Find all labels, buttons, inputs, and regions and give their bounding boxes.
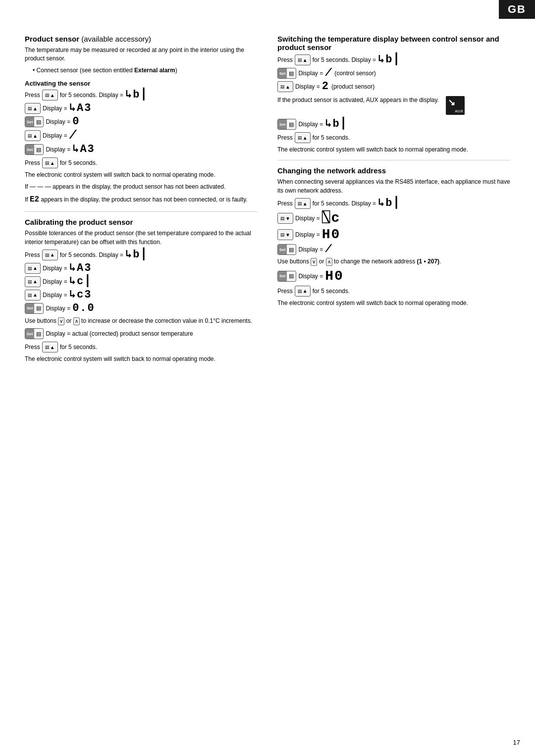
btn-down-inline[interactable]: ∨: [58, 317, 64, 325]
network-row3: ▤▼ Display = H0: [277, 228, 510, 242]
display-val-ra3-2: ↳A3: [72, 144, 95, 155]
btn-set-3[interactable]: Set ▤: [25, 303, 44, 314]
display-val-rc3: ↳c3: [69, 290, 92, 301]
network-use-note: Use buttons ∨ or ∧ to change the network…: [277, 257, 510, 266]
display-val-1-1: /: [69, 130, 77, 142]
activating-row2: ▤▲ Display = ↳A3: [25, 103, 258, 114]
page-number: 17: [513, 739, 520, 746]
btn-set-n2[interactable]: Set ▤: [277, 271, 296, 282]
activating-note2: If — — — appears in the display, the pro…: [25, 183, 258, 191]
calib-row5: Set ▤ Display = 0.0: [25, 303, 258, 314]
activating-note1: The electronic control system will switc…: [25, 171, 258, 179]
divider-1: [25, 211, 258, 212]
display-val-rbt-n1: ↳b⎪: [378, 198, 401, 209]
display-val-rbt-1: ↳b⎪: [125, 90, 148, 101]
btn-up-delta-2[interactable]: ▤▲: [25, 103, 41, 114]
btn-up-delta-r1[interactable]: ▤▲: [295, 54, 311, 65]
calib-row-set: Set ▤ Display = actual (corrected) produ…: [25, 328, 258, 339]
btn-up-delta-9[interactable]: ▤▲: [42, 342, 58, 353]
btn-up-delta-5[interactable]: ▤▲: [42, 250, 58, 260]
btn-up-inline[interactable]: ∧: [73, 317, 80, 325]
display-val-h0-1: H0: [322, 228, 341, 242]
btn-down-inline-n[interactable]: ∨: [311, 258, 317, 266]
btn-down-n1[interactable]: ▤▼: [277, 213, 293, 224]
network-desc: When connecting several appliances via t…: [277, 178, 510, 195]
calib-note-use: Use buttons ∨ or ∧ to increase or decrea…: [25, 317, 258, 325]
network-row1: Press ▤▲ for 5 seconds. Display = ↳b⎪: [277, 198, 510, 209]
btn-up-delta-4[interactable]: ▤▲: [42, 157, 58, 168]
display-val-h0-2: H0: [325, 269, 344, 283]
divider-2: [277, 160, 510, 160]
network-row2: ▤▼ Display = ⍂c: [277, 211, 510, 225]
btn-set-1[interactable]: Set ▤: [25, 116, 44, 127]
network-row4: Set ▤ Display = /: [277, 244, 510, 255]
btn-up-delta-n2[interactable]: ▤▲: [295, 286, 311, 297]
activating-row1: Press ▤▲ for 5 seconds. Display = ↳b⎪: [25, 90, 258, 101]
switching-press2: Press ▤▲ for 5 seconds.: [277, 132, 510, 143]
display-val-rc1: ↳c⎪: [69, 276, 92, 287]
switching-note-back: The electronic control system will switc…: [277, 146, 510, 154]
calib-row3: ▤▲ Display = ↳c⎪: [25, 276, 258, 287]
network-title: Changing the network address: [277, 166, 510, 175]
calib-press2: Press ▤▲ for 5 seconds.: [25, 342, 258, 353]
display-val-1-r: /: [325, 68, 332, 79]
switching-title: Switching the temperature display betwee…: [277, 35, 510, 51]
btn-up-delta-r2[interactable]: ▤▲: [277, 81, 293, 92]
network-row-set: Set ▤ Display = H0: [277, 269, 510, 283]
page: GB Product sensor (available accessory) …: [0, 0, 535, 756]
btn-up-inline-n[interactable]: ∧: [326, 258, 332, 266]
product-sensor-desc: The temperature may be measured or recor…: [25, 46, 258, 63]
activating-title: Activating the sensor: [25, 80, 258, 87]
calib-row1: Press ▤▲ for 5 seconds. Display = ↳b⎪: [25, 250, 258, 260]
activating-press2: Press ▤▲ for 5 seconds.: [25, 157, 258, 168]
gb-badge: GB: [499, 0, 535, 19]
display-val-2-r: 2: [322, 81, 329, 92]
display-val-ra3-3: ↳A3: [69, 263, 92, 274]
switching-row-set2: Set ▤ Display = ↳b⎪: [277, 119, 510, 130]
aux-display-box: ↘ AUX: [446, 96, 465, 115]
switching-aux-note: If the product sensor is activated, AUX …: [277, 96, 439, 104]
activating-note3: If E2 appears in the display, the produc…: [25, 194, 258, 205]
display-val-rbt-2: ↳b⎪: [125, 250, 148, 260]
calib-note-back: The electronic control system will switc…: [25, 355, 258, 363]
network-press2: Press ▤▲ for 5 seconds.: [277, 286, 510, 297]
btn-up-delta-7[interactable]: ▤▲: [25, 276, 41, 287]
display-val-0-1: 0: [72, 116, 80, 127]
calib-row4: ▤▲ Display = ↳c3: [25, 290, 258, 301]
left-column: Product sensor (available accessory) The…: [25, 35, 258, 367]
switching-aux: If the product sensor is activated, AUX …: [277, 96, 510, 115]
btn-down-n2[interactable]: ▤▼: [277, 229, 293, 240]
btn-up-delta-1[interactable]: ▤▲: [42, 90, 58, 101]
display-val-rbt-r1: ↳b⎪: [378, 54, 401, 65]
display-val-ra3-1: ↳A3: [69, 103, 92, 114]
btn-set-4[interactable]: Set ▤: [25, 328, 44, 339]
display-val-1-n: /: [325, 244, 332, 255]
btn-up-delta-3[interactable]: ▤▲: [25, 130, 41, 141]
btn-set-n1[interactable]: Set ▤: [277, 244, 296, 255]
switching-row2: Set ▤ Display = / (control sensor): [277, 68, 510, 79]
btn-set-r1[interactable]: Set ▤: [277, 68, 296, 79]
btn-set-2[interactable]: Set ▤: [25, 144, 44, 155]
calib-row2: ▤▲ Display = ↳A3: [25, 263, 258, 274]
activating-row4: ▤▲ Display = /: [25, 130, 258, 142]
switching-row3: ▤▲ Display = 2 (product sensor): [277, 81, 510, 92]
btn-up-delta-8[interactable]: ▤▲: [25, 290, 41, 301]
network-note-back: The electronic control system will switc…: [277, 299, 510, 307]
calibrating-title: Calibrating the product sensor: [25, 218, 258, 226]
display-val-rbt-r2: ↳b⎪: [325, 119, 348, 130]
btn-set-r2[interactable]: Set ▤: [277, 119, 296, 130]
calibrating-desc: Possible tolerances of the product senso…: [25, 229, 258, 247]
product-sensor-bullet: • Connect sensor (see section entitled E…: [33, 66, 258, 75]
btn-up-delta-r3[interactable]: ▤▲: [295, 132, 311, 143]
display-val-00: 0.0: [72, 303, 95, 314]
switching-row1: Press ▤▲ for 5 seconds. Display = ↳b⎪: [277, 54, 510, 65]
product-sensor-title: Product sensor (available accessory): [25, 35, 258, 43]
right-column: Switching the temperature display betwee…: [277, 35, 510, 367]
btn-up-delta-6[interactable]: ▤▲: [25, 263, 41, 274]
btn-up-delta-n1[interactable]: ▤▲: [295, 198, 311, 209]
activating-row5: Set ▤ Display = ↳A3: [25, 144, 258, 155]
display-val-tc: ⍂c: [322, 211, 341, 225]
activating-row3: Set ▤ Display = 0: [25, 116, 258, 127]
